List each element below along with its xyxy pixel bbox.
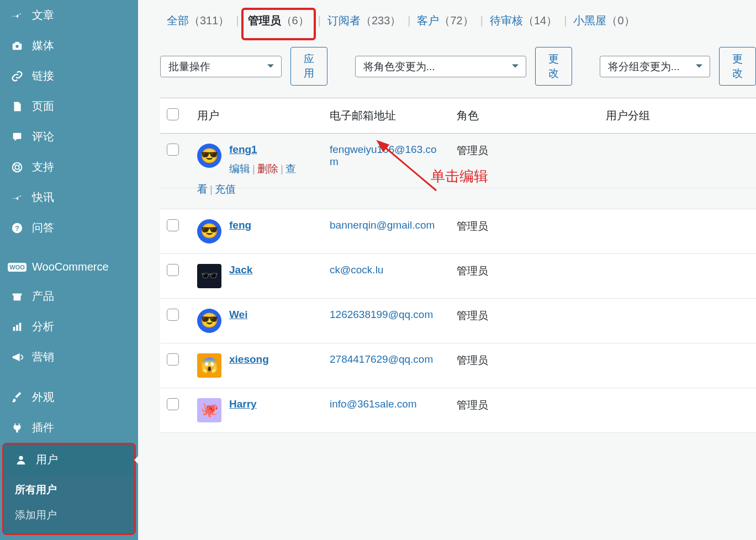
sidebar-label: 营销 [32,350,54,364]
apply-button[interactable]: 应用 [290,47,327,86]
sidebar-item-qa[interactable]: ? 问答 [0,213,138,243]
table-row: 😎 feng bannerqin@gmail.com管理员 [160,209,756,253]
table-row: 🕶️ Jack ck@cock.lu管理员 [160,253,756,298]
sidebar-item-posts[interactable]: 文章 [0,0,138,30]
email-link[interactable]: bannerqin@gmail.com [330,219,435,231]
filter-count: （72） [439,14,473,27]
email-link[interactable]: fengweiyu166@163.com [330,144,437,167]
th-email[interactable]: 电子邮箱地址 [323,98,450,134]
sidebar-item-support[interactable]: 支持 [0,152,138,182]
table-row: 😎 feng1 编辑|删除|查 fengweiyu166@163.com管理员 [160,134,756,188]
sidebar-label: 评论 [32,129,54,144]
sidebar-label: 文章 [32,8,54,23]
delete-link[interactable]: 删除 [257,163,278,174]
sidebar-item-appearance[interactable]: 外观 [0,382,138,412]
svg-text:?: ? [15,224,19,232]
table-row: 🐙 Harry info@361sale.com管理员 [160,388,756,432]
main-content: 全部（311） | 管理员（6） | 订阅者（233） | 客户（72） | 待… [138,0,756,540]
filter-label: 小黑屋 [573,14,606,27]
sidebar-label: 媒体 [32,38,54,53]
sidebar-item-media[interactable]: 媒体 [0,30,138,61]
page-icon [10,100,24,113]
sidebar-label: 页面 [32,99,54,114]
username-link[interactable]: Harry [229,398,257,410]
change-role-button[interactable]: 更改 [535,47,572,86]
sidebar-label: 外观 [32,390,54,405]
username-link[interactable]: feng1 [229,144,257,155]
filter-label: 管理员 [248,14,281,27]
username-link[interactable]: Wei [229,309,247,320]
recharge-link[interactable]: 充值 [215,183,236,195]
svg-point-5 [15,165,19,169]
filter-customer[interactable]: 客户（72） [410,13,480,28]
filter-label: 待审核 [490,14,523,27]
submenu-all-users[interactable]: 所有用户 [4,477,134,502]
change-group-button[interactable]: 更改 [719,47,756,86]
email-link[interactable]: info@361sale.com [330,398,417,410]
sidebar-item-links[interactable]: 链接 [0,61,138,91]
select-all-checkbox[interactable] [167,108,179,120]
username-link[interactable]: feng [229,219,251,231]
sidebar-label: 快讯 [32,190,54,205]
sidebar-item-products[interactable]: 产品 [0,281,138,311]
row-checkbox[interactable] [167,264,179,276]
sidebar-item-comments[interactable]: 评论 [0,121,138,152]
avatar: 🕶️ [197,264,221,288]
username-link[interactable]: xiesong [229,353,269,365]
view-link[interactable]: 看 [197,183,208,195]
bulk-action-select[interactable]: 批量操作 [160,56,282,77]
sidebar-item-analytics[interactable]: 分析 [0,311,138,342]
filter-all[interactable]: 全部（311） [160,13,236,28]
filter-count: （6） [281,14,309,27]
sidebar-item-users[interactable]: 用户 [4,444,134,475]
table-row: 😎 Wei 1262638199@qq.com管理员 [160,298,756,343]
row-checkbox[interactable] [167,309,179,321]
filter-count: （233） [361,14,401,27]
change-group-select[interactable]: 将分组变更为... [600,56,710,77]
email-link[interactable]: 1262638199@qq.com [330,309,433,320]
sidebar-item-news[interactable]: 快讯 [0,182,138,213]
sidebar-item-marketing[interactable]: 营销 [0,342,138,372]
table-row: 看|充值 [160,188,756,209]
edit-link[interactable]: 编辑 [229,163,250,174]
link-icon [10,70,24,82]
row-checkbox[interactable] [167,353,179,366]
th-user[interactable]: 用户 [191,98,323,134]
sidebar-label: 支持 [32,160,54,174]
question-icon: ? [10,222,24,234]
svg-rect-11 [16,325,18,331]
filter-count: （14） [523,14,557,27]
email-link[interactable]: ck@cock.lu [330,264,383,276]
users-table: 用户 电子邮箱地址 角色 用户分组 😎 feng1 编辑|删除|查 fengwe… [160,98,756,433]
camera-icon [10,40,24,52]
role-cell: 管理员 [450,298,599,343]
user-icon [14,454,28,466]
row-checkbox[interactable] [167,219,179,231]
sidebar-item-woocommerce[interactable]: WOO WooCommerce [0,253,138,281]
group-cell [599,388,756,432]
filter-pending[interactable]: 待审核（14） [483,13,564,28]
role-cell: 管理员 [450,253,599,298]
view-link[interactable]: 查 [286,163,296,174]
filter-admin[interactable]: 管理员（6） [241,8,316,40]
sidebar-label: 问答 [32,220,54,235]
username-link[interactable]: Jack [229,264,252,276]
svg-rect-2 [15,41,19,44]
filter-subscriber[interactable]: 订阅者（233） [321,13,408,28]
change-role-select[interactable]: 将角色变更为... [355,56,526,77]
sidebar-label: 产品 [32,289,54,304]
sidebar-label: WooCommerce [32,261,109,273]
sidebar-label: 分析 [32,319,54,334]
users-submenu: 所有用户 添加用户 [4,475,134,533]
filter-banned[interactable]: 小黑屋（0） [567,13,641,28]
row-checkbox[interactable] [167,144,179,156]
megaphone-icon [10,351,24,363]
svg-point-13 [19,456,23,459]
submenu-add-user[interactable]: 添加用户 [4,502,134,528]
admin-sidebar: 文章 媒体 链接 页面 评论 支持 快讯 ? 问答 WOO WooCommerc… [0,0,138,540]
sidebar-item-pages[interactable]: 页面 [0,91,138,121]
email-link[interactable]: 2784417629@qq.com [330,353,433,365]
sidebar-item-plugins[interactable]: 插件 [0,412,138,443]
group-cell [599,253,756,298]
row-checkbox[interactable] [167,398,179,410]
